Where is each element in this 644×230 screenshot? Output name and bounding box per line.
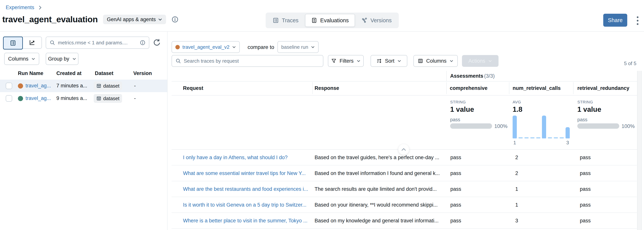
column-header-retrieval-redundancy[interactable]: retrieval_redundancy [577,85,629,91]
chevron-down-icon [232,45,236,49]
trace-row[interactable]: Is it worth it to visit Geneva on a 5 da… [172,197,637,213]
comprehensive-pass-bar [450,124,492,129]
filter-info-icon[interactable] [140,40,146,46]
baseline-run-dropdown[interactable]: baseline run [278,41,318,53]
table-view-toggle[interactable] [3,36,23,50]
runs-header-dataset[interactable]: Dataset [95,70,114,76]
share-button[interactable]: Share [603,14,627,27]
histogram-bar [566,127,570,138]
traces-icon [273,17,279,24]
trace-row[interactable]: Where is a better place to visit in the … [172,213,637,229]
table-view-icon [10,40,16,46]
columns-icon [418,58,423,64]
trace-columns-button[interactable]: Columns [414,55,458,67]
trace-num-retrieval-calls: 1 [515,202,518,208]
dataset-chip[interactable]: dataset [94,94,122,103]
compare-to-label: compare to [248,44,274,50]
trace-row[interactable]: What are the best restaurants and food e… [172,181,637,197]
tab-evaluations-label: Evaluations [320,17,349,24]
sort-button[interactable]: Sort [370,55,407,67]
trace-request-link[interactable]: Where is a better place to visit in the … [183,218,308,224]
histogram-tick-min: 1 [512,140,517,146]
retrieval-redundancy-type: STRING [577,100,593,104]
run-created-at: 7 minutes a... [56,83,87,89]
dataset-chip[interactable]: dataset [94,82,122,90]
experiment-type-dropdown[interactable]: GenAI apps & agents [103,15,166,24]
baseline-run-value: baseline run [281,44,308,50]
column-header-num-retrieval-calls[interactable]: num_retrieval_calls [512,85,560,91]
view-tabs: Traces Evaluations Versions [266,12,399,28]
runs-filter-input[interactable] [58,40,137,46]
histogram-empty-bin [554,137,558,138]
trace-search-box [172,55,323,67]
tab-versions[interactable]: Versions [356,14,398,27]
group-by-label: Group by [48,56,69,62]
column-divider [446,82,447,94]
run-version: - [134,83,136,89]
trace-retrieval-redundancy: pass [580,218,591,224]
chevron-down-icon [398,59,401,63]
group-by-button[interactable]: Group by [46,53,78,65]
runs-header-run-name[interactable]: Run Name [18,70,44,76]
chart-view-toggle[interactable] [22,37,42,48]
column-divider [312,82,313,94]
vertical-scrollbar[interactable] [637,71,642,230]
sort-label: Sort [385,58,394,64]
run-row[interactable]: travel_ag... 7 minutes a... dataset - [0,80,167,92]
trace-row[interactable]: What are some essential winter travel ti… [172,166,637,181]
comprehensive-type: STRING [450,100,466,104]
versions-icon [362,17,368,24]
result-count: 5 of 5 [624,60,636,66]
column-header-request[interactable]: Request [183,85,203,91]
histogram-tick-max: 3 [566,140,570,146]
column-header-comprehensive[interactable]: comprehensive [450,85,488,91]
chart-view-icon [29,40,35,46]
run-checkbox[interactable] [6,83,12,89]
histogram-empty-bin [530,137,534,138]
trace-row[interactable]: I only have a day in Athens, what should… [172,150,637,166]
chevron-right-icon [38,6,42,10]
run-created-at: 9 minutes a... [56,96,87,101]
trace-request-link[interactable]: What are the best restaurants and food e… [183,186,308,192]
runs-header-created-at[interactable]: Created at [56,70,82,76]
trace-comprehensive: pass [450,218,461,224]
run-selector-dropdown[interactable]: travel_agent_eval_v2 [172,41,240,53]
trace-response: The search results are quite limited and… [314,186,437,192]
info-icon[interactable] [172,16,178,23]
kebab-menu-icon[interactable] [633,16,642,26]
view-mode-toggle [3,36,42,49]
num-retrieval-calls-type: AVG [512,100,521,104]
comprehensive-value: 1 value [450,106,474,114]
chevron-down-icon [32,57,35,61]
trace-request-link[interactable]: What are some essential winter travel ti… [183,170,306,176]
runs-columns-button[interactable]: Columns [4,53,39,65]
tab-traces[interactable]: Traces [267,14,304,27]
runs-header-version[interactable]: Version [133,70,152,76]
actions-button[interactable]: Actions [462,55,498,67]
tab-versions-label: Versions [370,17,392,24]
run-color-dot [176,45,180,49]
column-header-response[interactable]: Response [314,85,339,91]
trace-comprehensive: pass [450,186,461,192]
histogram-empty-bin [536,137,540,138]
comprehensive-bar-pct: 100% [494,124,508,129]
trace-search-input[interactable] [184,58,320,64]
run-name-link[interactable]: travel_ag... [26,96,51,101]
column-divider [509,82,509,94]
run-row[interactable]: travel_ag... 9 minutes a... dataset - [0,92,167,105]
run-checkbox[interactable] [6,95,12,102]
trace-num-retrieval-calls: 2 [515,154,518,160]
breadcrumb-experiments-link[interactable]: Experiments [6,4,34,10]
num-retrieval-calls-histogram [512,116,570,138]
run-name-link[interactable]: travel_ag... [26,83,51,89]
filters-label: Filters [340,58,354,64]
tab-evaluations[interactable]: Evaluations [305,14,355,27]
trace-request-link[interactable]: Is it worth it to visit Geneva on a 5 da… [183,202,306,208]
trace-request-link[interactable]: I only have a day in Athens, what should… [183,154,288,160]
refresh-icon[interactable] [153,38,161,47]
table-top-border [172,81,638,82]
evaluations-icon [311,17,317,24]
chevron-down-icon [450,59,454,63]
histogram-empty-bin [548,137,552,138]
filters-button[interactable]: Filters [328,55,364,67]
